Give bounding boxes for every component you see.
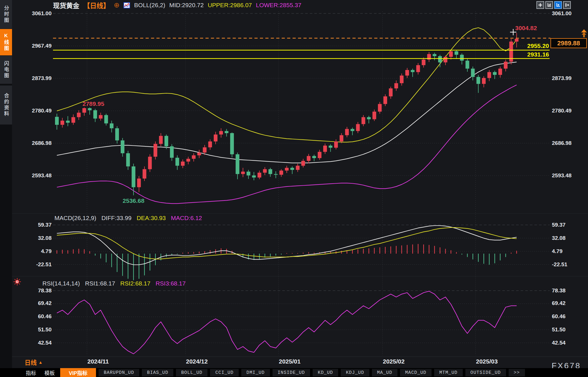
price-axis-label: 2780.49 bbox=[17, 107, 52, 114]
price-axis-label: 2780.49 bbox=[552, 107, 586, 114]
tab-barupdn-ud[interactable]: BARUPDN_UD bbox=[99, 369, 139, 376]
triangle-up-icon: ▲ bbox=[38, 360, 43, 365]
rsi-axis-label: 51.50 bbox=[17, 326, 52, 333]
rsi-axis-label: 60.46 bbox=[17, 313, 52, 320]
rsi-axis-label: 42.54 bbox=[17, 339, 52, 346]
alert-sun-icon[interactable] bbox=[13, 278, 21, 287]
macd-title: MACD(26,12,9) bbox=[54, 215, 96, 221]
boll-lower-value: LOWER:2855.37 bbox=[256, 2, 301, 9]
sidebar-item-timeshare[interactable]: 分时图 bbox=[0, 0, 12, 29]
rsi-title: RSI(14,14,14) bbox=[42, 280, 80, 287]
sidebar: 分时图 K线图 闪电图 合约资料 bbox=[0, 0, 12, 377]
macd-axis-label: 59.37 bbox=[552, 221, 586, 228]
rsi-axis-label: 51.50 bbox=[552, 326, 586, 333]
rsi-axis-label: 78.38 bbox=[17, 287, 52, 294]
price-axis-label: 3061.00 bbox=[552, 10, 586, 17]
date-label: 2025/02 bbox=[383, 358, 405, 365]
date-label: 2024/11 bbox=[87, 358, 109, 365]
resistance-label-2: 2931.16 bbox=[513, 51, 549, 58]
rsi2-value: RSI2:68.17 bbox=[120, 280, 150, 287]
macd-diff-value: DIFF:33.99 bbox=[101, 215, 132, 221]
sidebar-item-lightning[interactable]: 闪电图 bbox=[0, 56, 12, 84]
last-price-box: 2989.88 bbox=[550, 38, 587, 48]
tab-vip-indicators[interactable]: VIP指标 bbox=[60, 368, 96, 377]
macd-axis-label: 32.08 bbox=[17, 235, 52, 242]
price-axis-label: 2593.48 bbox=[17, 172, 52, 179]
tab-indicators[interactable]: 指标 bbox=[23, 368, 39, 377]
tab-inside-ud[interactable]: INSIDE_UD bbox=[273, 369, 310, 376]
rsi-axis-label: 78.38 bbox=[552, 287, 586, 294]
rsi-axis-label: 60.46 bbox=[552, 313, 586, 320]
macd-axis-label: -22.51 bbox=[552, 261, 586, 268]
sidebar-item-kline[interactable]: K线图 bbox=[0, 29, 12, 55]
period-selector[interactable]: 日线 ▲ bbox=[25, 358, 43, 366]
tab-macd-ud[interactable]: MACD_UD bbox=[400, 369, 432, 376]
resistance-label-1: 2955.20 bbox=[513, 42, 549, 49]
macd-axis-label: 59.37 bbox=[17, 221, 52, 228]
rsi3-value: RSI3:68.17 bbox=[156, 280, 186, 287]
period-label: 日线 bbox=[25, 358, 37, 366]
tab-outside-ud[interactable]: OUTSIDE_UD bbox=[465, 369, 506, 376]
date-label: 2025/01 bbox=[279, 358, 301, 365]
tab-bias-ud[interactable]: BIAS_UD bbox=[142, 369, 173, 376]
price-axis-label: 3061.00 bbox=[17, 10, 52, 17]
boll-upper-value: UPPER:2986.07 bbox=[208, 2, 252, 9]
macd-axis-label: -22.51 bbox=[17, 261, 52, 268]
rsi-header: RSI(14,14,14) RSI1:68.17 RSI2:68.17 RSI3… bbox=[42, 280, 186, 287]
date-label: 2024/12 bbox=[186, 358, 208, 365]
macd-axis-label: 4.79 bbox=[552, 248, 586, 255]
indicator-name: BOLL(26,2) bbox=[134, 2, 165, 9]
tab-mtm-ud[interactable]: MTM_UD bbox=[434, 369, 463, 376]
date-label: 2025/03 bbox=[476, 358, 498, 365]
target-plus-icon[interactable]: ⊕ bbox=[114, 2, 119, 8]
axis-range-icon[interactable] bbox=[545, 1, 553, 9]
symbol-name: 现货黄金 bbox=[53, 0, 79, 10]
macd-axis-label: 32.08 bbox=[552, 235, 586, 242]
indicator-tab-bar: 指标 模板 VIP指标 BARUPDN_UD BIAS_UD BOLL_UD C… bbox=[0, 368, 588, 377]
macd-axis-label: 4.79 bbox=[17, 248, 52, 255]
rsi-axis-label: 69.42 bbox=[17, 300, 52, 307]
tab-dmi-ud[interactable]: DMI_UD bbox=[241, 369, 270, 376]
tab-templates[interactable]: 模板 bbox=[42, 368, 58, 377]
mini-chart-icon[interactable] bbox=[124, 2, 130, 8]
price-axis-label: 2967.49 bbox=[17, 42, 52, 49]
nov-peak-label: 2789.95 bbox=[83, 100, 104, 107]
tab-more[interactable]: >> bbox=[509, 369, 525, 376]
period-tag[interactable]: 【日线】 bbox=[83, 0, 110, 10]
price-axis-label: 2593.48 bbox=[552, 172, 586, 179]
macd-dea-value: DEA:30.93 bbox=[137, 215, 166, 221]
page-shift-icon[interactable] bbox=[563, 1, 571, 9]
tab-ma-ud[interactable]: MA_UD bbox=[372, 369, 397, 376]
price-axis-label: 2873.99 bbox=[552, 75, 586, 82]
price-up-arrow-icon bbox=[581, 29, 587, 39]
tab-cci-ud[interactable]: CCI_UD bbox=[210, 369, 239, 376]
tab-boll-ud[interactable]: BOLL_UD bbox=[176, 369, 207, 376]
price-axis-label: 2873.99 bbox=[17, 75, 52, 82]
boll-mid-value: MID:2920.72 bbox=[169, 2, 204, 9]
rsi-axis-label: 69.42 bbox=[552, 300, 586, 307]
swing-high-label: 3004.82 bbox=[515, 25, 537, 32]
chart-canvas[interactable] bbox=[0, 0, 588, 377]
macd-header: MACD(26,12,9) DIFF:33.99 DEA:30.93 MACD:… bbox=[54, 215, 202, 221]
macd-value: MACD:6.12 bbox=[171, 215, 202, 221]
price-axis-label: 2686.98 bbox=[552, 140, 586, 147]
price-axis-label: 2686.98 bbox=[17, 140, 52, 147]
swing-low-label: 2536.68 bbox=[115, 197, 152, 204]
rsi1-value: RSI1:68.17 bbox=[85, 280, 115, 287]
auto-scale-icon[interactable] bbox=[554, 1, 562, 9]
rsi-axis-label: 42.54 bbox=[552, 339, 586, 346]
tab-kd-ud[interactable]: KD_UD bbox=[313, 369, 338, 376]
pan-icon[interactable] bbox=[536, 1, 544, 9]
trading-app: 分时图 K线图 闪电图 合约资料 现货黄金 【日线】 ⊕ BOLL(26,2) … bbox=[0, 0, 588, 377]
sidebar-item-contract-info[interactable]: 合约资料 bbox=[0, 85, 12, 125]
tab-kdj-ud[interactable]: KDJ_UD bbox=[341, 369, 369, 376]
chart-toolbar bbox=[536, 1, 571, 9]
chart-header: 现货黄金 【日线】 ⊕ BOLL(26,2) MID:2920.72 UPPER… bbox=[53, 1, 301, 9]
